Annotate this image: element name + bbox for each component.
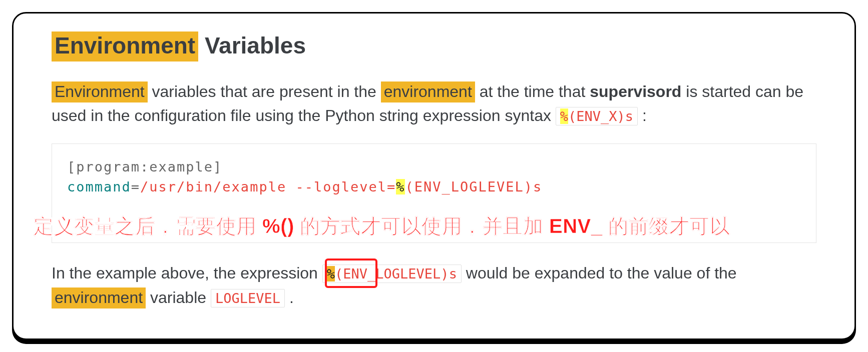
outro-text-1: In the example above, the expression — [52, 264, 322, 282]
section-heading: Environment Variables — [52, 32, 816, 62]
intro-text-4: : — [638, 106, 647, 124]
outro-code: %(ENV_LOGLEVEL)s — [322, 264, 462, 283]
outro-hl: environment — [52, 288, 146, 308]
outro-code-boxed: (ENV_ — [335, 266, 375, 282]
doc-card: Environment Variables Environment variab… — [12, 12, 856, 340]
intro-text-1: variables that are present in the — [148, 82, 381, 100]
intro-paragraph: Environment variables that are present i… — [52, 80, 816, 128]
intro-code-rest: (ENV_X)s — [568, 108, 633, 124]
intro-bold: supervisord — [590, 82, 681, 100]
page: Environment Variables Environment variab… — [0, 0, 868, 352]
outro-code-var: LOGLEVEL — [211, 289, 285, 308]
code-eq: = — [131, 179, 140, 194]
code-pct: % — [396, 179, 405, 194]
outro-text-3: variable — [146, 288, 211, 306]
heading-highlight: Environment — [52, 32, 198, 62]
heading-rest: Variables — [198, 32, 306, 58]
code-key: command — [67, 179, 131, 194]
outro-paragraph: In the example above, the expression %(E… — [52, 261, 816, 310]
intro-code: %(ENV_X)s — [556, 107, 638, 126]
outro-code-rest: LOGLEVEL)s — [375, 266, 457, 282]
code-expr: (ENV_LOGLEVEL)s — [405, 179, 542, 194]
outro-text-4: . — [285, 288, 294, 306]
outro-code-redbox: %(ENV_ — [327, 264, 376, 284]
code-path: /usr/bin/example --loglevel= — [140, 179, 396, 194]
intro-text-2: at the time that — [475, 82, 590, 100]
intro-hl-1: Environment — [52, 82, 148, 102]
intro-code-pct: % — [560, 108, 568, 124]
code-section: [program:example] — [67, 159, 222, 174]
red-annotation: 定义变量之后，需要使用 %() 的方式才可以使用，并且加 ENV_ 的前缀才可以 — [34, 212, 730, 240]
code-line-2: command=/usr/bin/example --loglevel=%(EN… — [67, 177, 801, 198]
outro-code-pct: % — [327, 266, 335, 282]
code-line-1: [program:example] — [67, 157, 801, 178]
intro-hl-2: environment — [381, 82, 475, 102]
outro-text-2: would be expanded to the value of the — [462, 264, 737, 282]
